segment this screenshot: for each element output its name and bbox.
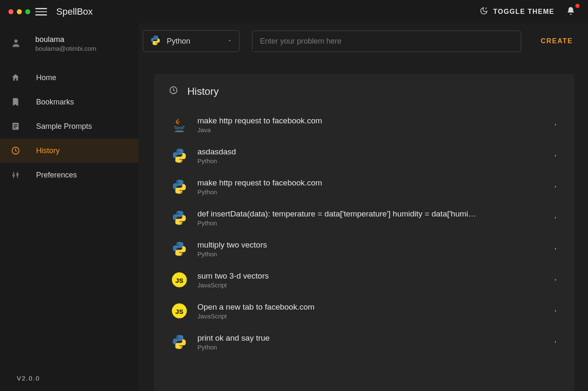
chevron-right-icon [554,214,561,222]
history-item-language: JavaScript [197,313,544,320]
sliders-icon [11,170,22,180]
app-title: SpellBox [56,6,93,17]
python-icon [171,178,188,196]
sidebar-item-label: Home [36,73,56,82]
history-item-body: multiply two vectorsPython [197,240,544,258]
history-item-body: sum two 3-d vectorsJavaScript [197,271,544,289]
sidebar-item-label: Bookmarks [36,98,74,107]
history-item-title: def insertData(data): temperature = data… [197,209,544,219]
history-item-language: Java [197,126,544,133]
version-label: V2.0.0 [0,365,139,391]
history-item-language: Python [197,188,544,196]
moon-icon [480,7,488,17]
java-icon [171,116,188,133]
chevron-down-icon [227,37,232,45]
menu-icon[interactable] [35,6,47,18]
history-item-body: def insertData(data): temperature = data… [197,209,544,227]
sidebar-item-preferences[interactable]: Preferences [0,163,139,187]
history-item-language: Python [197,344,544,351]
bookmark-icon [11,97,22,107]
sidebar-item-home[interactable]: Home [0,65,139,90]
svg-rect-4 [13,128,16,128]
python-icon [171,209,188,227]
history-item-body: Open a new tab to facebook.comJavaScript [197,302,544,320]
sidebar-item-label: Preferences [36,171,77,180]
history-panel: History make http request to facebook.co… [154,74,575,391]
python-icon [150,35,161,47]
python-icon [171,240,188,258]
chevron-right-icon [554,183,561,190]
window-controls [8,9,30,14]
history-item-title: Open a new tab to facebook.com [197,302,544,312]
svg-rect-2 [13,124,17,125]
history-item-language: Python [197,219,544,227]
document-icon [11,122,22,131]
sidebar-item-sample-prompts[interactable]: Sample Prompts [0,114,139,138]
python-icon [171,147,188,164]
history-item[interactable]: print ok and say truePython [169,326,566,357]
history-item[interactable]: make http request to facebook.comPython [169,171,566,202]
history-item-language: JavaScript [197,282,544,289]
clock-icon [11,146,22,155]
history-item-body: asdasdasdPython [197,147,544,164]
main: Python CREATE History make http [139,23,588,391]
app-window: SpellBox TOGGLE THEME [0,0,588,391]
create-button[interactable]: CREATE [534,33,580,49]
problem-input[interactable] [252,31,521,52]
panel-title: History [187,86,219,97]
python-icon [171,333,188,351]
window-close-button[interactable] [8,9,13,14]
history-item-title: print ok and say true [197,334,544,343]
window-maximize-button[interactable] [25,9,30,14]
history-item-language: Python [197,250,544,258]
history-item[interactable]: sum two 3-d vectorsJavaScript [169,264,566,295]
panel-header: History [169,86,566,97]
chevron-right-icon [554,121,561,128]
sidebar-item-label: Sample Prompts [36,122,92,131]
body-area: boulama boulama@otimbi.com Home Bookmark… [0,23,588,391]
svg-rect-3 [13,126,17,127]
sidebar-nav: Home Bookmarks Sample Prompts [0,65,139,187]
sidebar: boulama boulama@otimbi.com Home Bookmark… [0,23,139,391]
window-minimize-button[interactable] [17,9,22,14]
history-item[interactable]: multiply two vectorsPython [169,233,566,264]
language-selected-label: Python [167,37,190,46]
user-info: boulama boulama@otimbi.com [35,35,96,52]
chevron-right-icon [554,152,561,159]
history-item-title: multiply two vectors [197,240,544,250]
history-item-language: Python [197,157,544,164]
history-item[interactable]: make http request to facebook.comJava [169,109,566,140]
chevron-right-icon [554,276,561,284]
sidebar-item-label: History [36,146,60,155]
toggle-theme-label: TOGGLE THEME [493,8,554,16]
sidebar-item-history[interactable]: History [0,138,139,163]
sidebar-item-bookmarks[interactable]: Bookmarks [0,90,139,114]
svg-point-0 [14,39,18,43]
history-item[interactable]: def insertData(data): temperature = data… [169,202,566,233]
history-item-body: print ok and say truePython [197,334,544,351]
javascript-icon [171,302,188,320]
chevron-right-icon [554,307,561,315]
history-item-title: make http request to facebook.com [197,116,544,125]
history-item-title: asdasdasd [197,147,544,156]
notifications-button[interactable] [566,6,580,17]
clock-icon [169,86,178,97]
history-item-title: make http request to facebook.com [197,178,544,188]
language-select[interactable]: Python [143,30,239,52]
user-icon [11,38,21,50]
svg-point-7 [17,174,18,175]
notification-badge [575,4,580,8]
toolbar: Python CREATE [139,23,588,59]
javascript-icon [171,271,188,289]
history-item-body: make http request to facebook.comJava [197,116,544,133]
user-email: boulama@otimbi.com [35,45,96,52]
history-item[interactable]: Open a new tab to facebook.comJavaScript [169,295,566,326]
user-block[interactable]: boulama boulama@otimbi.com [0,31,139,62]
bell-icon [566,6,575,17]
toggle-theme-button[interactable]: TOGGLE THEME [480,7,554,17]
history-list: make http request to facebook.comJavaasd… [169,109,566,357]
history-item-title: sum two 3-d vectors [197,271,544,281]
history-item-body: make http request to facebook.comPython [197,178,544,196]
titlebar-right: TOGGLE THEME [480,6,580,17]
history-item[interactable]: asdasdasdPython [169,140,566,171]
